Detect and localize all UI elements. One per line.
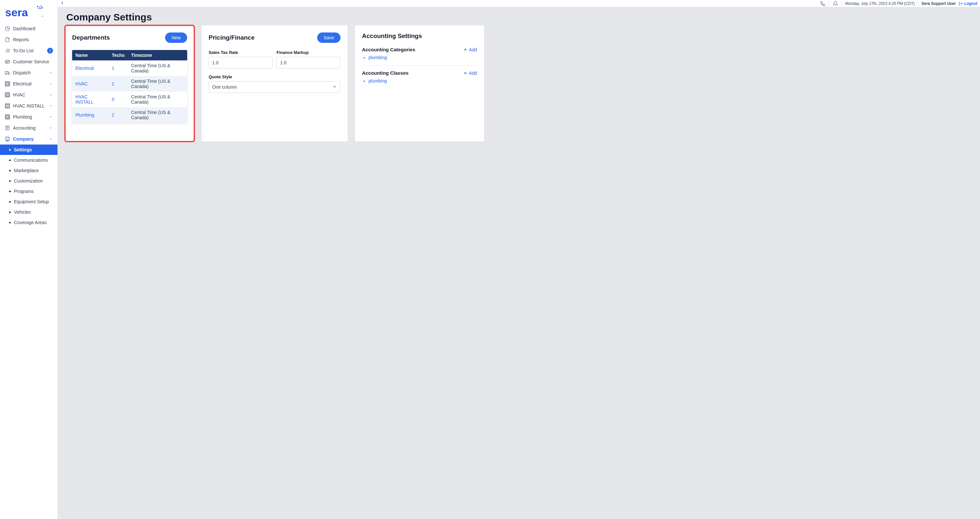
nav-item-dashboard[interactable]: Dashboard xyxy=(0,23,57,34)
topbar-datetime: Monday, July 17th, 2023 4:25 PM (CDT) xyxy=(845,1,915,6)
subnav-item-settings[interactable]: Settings xyxy=(0,144,57,155)
nav-item-to-do-list[interactable]: To-Do List1 xyxy=(0,45,57,56)
accounting-categories-label: Accounting Categories xyxy=(362,47,415,52)
nav-item-hvac-install[interactable]: HIHVAC INSTALL xyxy=(0,100,57,111)
dept-name-link[interactable]: HVAC xyxy=(72,76,108,92)
nav-label: Dashboard xyxy=(13,26,53,31)
list-icon xyxy=(5,48,10,54)
accounting-categories-add[interactable]: Add xyxy=(463,47,477,52)
sidebar-collapse-button[interactable] xyxy=(59,0,66,6)
subnav-item-equipment-setup[interactable]: Equipment Setup xyxy=(0,197,57,207)
departments-title: Departments xyxy=(72,34,110,41)
subnav-item-programs[interactable]: Programs xyxy=(0,186,57,197)
departments-new-button[interactable]: New xyxy=(165,32,187,43)
subnav-label: Equipment Setup xyxy=(14,199,49,204)
dept-techs[interactable]: 0 xyxy=(108,92,128,107)
list-item[interactable]: plumbing xyxy=(369,54,477,61)
logo: sera ™ xyxy=(0,0,57,23)
dept-H: H xyxy=(5,92,10,98)
table-row: HVAC INSTALL0Central Time (US & Canada) xyxy=(72,92,187,107)
dept-name-link[interactable]: Plumbing xyxy=(72,107,108,123)
subnav-item-vehicles[interactable]: Vehicles xyxy=(0,207,57,217)
list-item[interactable]: plumbing xyxy=(369,78,477,84)
nav-label: HVAC xyxy=(13,92,46,97)
chevron-up-icon xyxy=(48,137,53,141)
subnav-item-coverage-areas[interactable]: Coverage Areas xyxy=(0,217,57,228)
subnav-item-customization[interactable]: Customization xyxy=(0,176,57,186)
subnav-label: Customization xyxy=(14,178,43,184)
departments-card: Departments New NameTechsTimezone Electr… xyxy=(65,25,194,141)
chevron-down-icon xyxy=(48,92,53,97)
subnav-label: Coverage Areas xyxy=(14,220,46,225)
finance-markup-input[interactable] xyxy=(277,57,340,68)
nav-item-electrical[interactable]: EElectrical xyxy=(0,78,57,89)
nav-label: To-Do List xyxy=(13,48,45,53)
truck-icon xyxy=(5,70,10,76)
subnav-item-communications[interactable]: Communications xyxy=(0,155,57,165)
accounting-classes-section: Accounting Classes Add plumbing xyxy=(362,70,477,84)
divider xyxy=(918,1,918,6)
nav-label: Dispatch xyxy=(13,70,46,75)
nav-item-reports[interactable]: Reports xyxy=(0,34,57,45)
building-icon xyxy=(5,136,10,142)
dept-name-link[interactable]: Electrical xyxy=(72,60,108,76)
svg-point-19 xyxy=(6,74,6,75)
topbar-username: Sera Support User xyxy=(921,1,956,6)
quote-style-select[interactable]: One column xyxy=(208,81,340,93)
company-subnav: SettingsCommunicationsMarketplaceCustomi… xyxy=(0,144,57,228)
quote-style-label: Quote Style xyxy=(208,75,340,79)
sales-tax-input[interactable] xyxy=(208,57,273,68)
logout-button[interactable]: Logout xyxy=(959,1,977,6)
phone-icon[interactable] xyxy=(820,1,826,6)
nav-item-dispatch[interactable]: Dispatch xyxy=(0,67,57,78)
page-title: Company Settings xyxy=(58,7,980,25)
dept-timezone: Central Time (US & Canada) xyxy=(128,76,187,92)
nav-item-accounting[interactable]: Accounting xyxy=(0,122,57,133)
add-label: Add xyxy=(469,70,477,76)
dept-HI: HI xyxy=(5,103,10,109)
subnav-item-marketplace[interactable]: Marketplace xyxy=(0,165,57,176)
dept-techs[interactable]: 2 xyxy=(108,76,128,92)
logout-label: Logout xyxy=(964,1,977,6)
nav-label: Company xyxy=(13,136,46,141)
accounting-classes-add[interactable]: Add xyxy=(463,70,477,76)
svg-rect-18 xyxy=(5,71,8,74)
svg-point-2 xyxy=(41,6,42,7)
nav-label: Plumbing xyxy=(13,114,46,119)
svg-point-5 xyxy=(38,8,39,9)
svg-point-15 xyxy=(6,61,7,62)
dept-col-techs: Techs xyxy=(108,50,128,60)
nav-item-plumbing[interactable]: PPlumbing xyxy=(0,111,57,122)
plus-icon xyxy=(463,71,468,75)
nav-item-company[interactable]: Company xyxy=(0,133,57,144)
dept-E: E xyxy=(5,81,10,87)
nav-item-hvac[interactable]: HHVAC xyxy=(0,89,57,100)
chevron-down-icon xyxy=(48,70,53,75)
svg-point-3 xyxy=(40,8,41,9)
nav-label: Electrical xyxy=(13,81,46,86)
table-row: HVAC2Central Time (US & Canada) xyxy=(72,76,187,92)
pricing-save-button[interactable]: Save xyxy=(317,32,340,43)
svg-rect-32 xyxy=(7,140,8,141)
departments-table: NameTechsTimezone Electrical1Central Tim… xyxy=(72,50,187,123)
chevron-down-icon xyxy=(48,126,53,130)
dept-col-timezone: Timezone xyxy=(128,50,187,60)
dept-timezone: Central Time (US & Canada) xyxy=(128,107,187,123)
nav-label: Accounting xyxy=(13,125,46,130)
nav-item-customer-service[interactable]: Customer Service xyxy=(0,56,57,67)
subnav-label: Settings xyxy=(14,147,32,152)
table-row: Plumbing2Central Time (US & Canada) xyxy=(72,107,187,123)
accounting-classes-label: Accounting Classes xyxy=(362,70,409,76)
dept-techs[interactable]: 2 xyxy=(108,107,128,123)
dept-col-name: Name xyxy=(72,50,108,60)
svg-text:sera: sera xyxy=(5,6,28,19)
sales-tax-label: Sales Tax Rate xyxy=(208,50,273,55)
dept-name-link[interactable]: HVAC INSTALL xyxy=(72,92,108,107)
dept-techs[interactable]: 1 xyxy=(108,60,128,76)
pie-chart-icon xyxy=(5,25,10,32)
bell-icon[interactable] xyxy=(832,1,838,6)
chevron-down-icon xyxy=(332,84,337,90)
subnav-label: Vehicles xyxy=(14,210,31,215)
subnav-label: Marketplace xyxy=(14,168,39,173)
nav-label: Customer Service xyxy=(13,59,53,64)
